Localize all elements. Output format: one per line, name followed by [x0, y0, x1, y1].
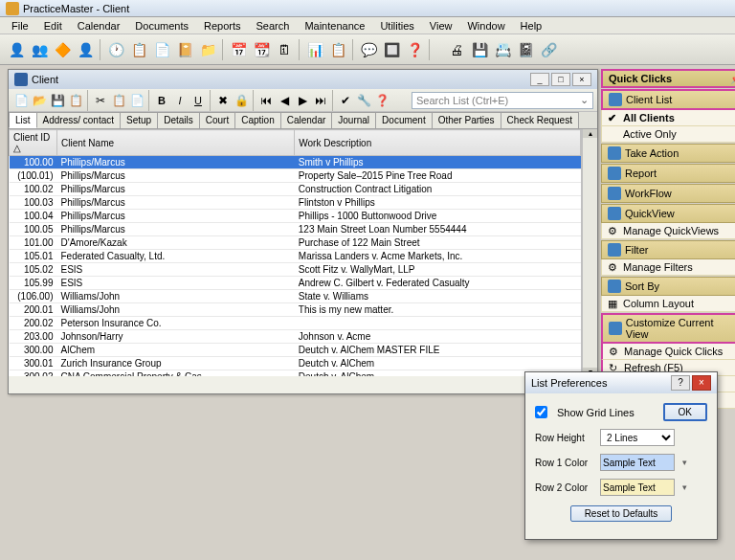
tab-document[interactable]: Document	[375, 112, 433, 128]
menu-calendar[interactable]: Calendar	[70, 20, 128, 32]
client-grid[interactable]: Client ID △Client NameWork Description10…	[9, 129, 582, 376]
menu-edit[interactable]: Edit	[36, 20, 70, 32]
column-header[interactable]: Client Name	[57, 130, 295, 156]
ok-button[interactable]: OK	[663, 403, 707, 421]
qc-item[interactable]: ▦Column Layout	[601, 296, 735, 312]
toolbar-btn[interactable]: 🕐	[105, 39, 126, 60]
qc-item[interactable]: ⚙Manage Quick Clicks	[601, 344, 735, 360]
qc-section-workflow[interactable]: WorkFlow⌵	[601, 184, 735, 203]
doc-icon[interactable]: 📄	[128, 92, 145, 109]
toolbar-btn[interactable]: 📋	[128, 39, 149, 60]
qc-item[interactable]: ⚙Manage QuickViews	[601, 223, 735, 239]
column-header[interactable]: Work Description	[295, 130, 581, 156]
help-icon[interactable]: ❓	[404, 39, 425, 60]
open-icon[interactable]: 📂	[31, 92, 48, 109]
paste-icon[interactable]: 📋	[110, 92, 127, 109]
toolbar-btn[interactable]: 🖨	[446, 39, 467, 60]
italic-icon[interactable]: I	[171, 92, 189, 109]
new-icon[interactable]: 📄	[12, 92, 30, 109]
table-row[interactable]: (100.01)Phillips/MarcusProperty Sale–201…	[10, 169, 581, 183]
tab-journal[interactable]: Journal	[331, 112, 376, 128]
toolbar-btn[interactable]: 🔲	[381, 39, 402, 60]
qc-section-customize-current-view[interactable]: Customize Current View⌵	[601, 313, 735, 344]
menu-maintenance[interactable]: Maintenance	[297, 20, 372, 32]
table-row[interactable]: 200.01Williams/JohnThis is my new matter…	[10, 303, 581, 317]
table-row[interactable]: 101.00D'Amore/KazakPurchase of 122 Main …	[10, 236, 581, 250]
pin-icon[interactable]: 📌	[730, 74, 735, 84]
toolbar-btn[interactable]: 💬	[358, 39, 379, 60]
qc-item[interactable]: Active Only	[601, 126, 735, 143]
tab-setup[interactable]: Setup	[120, 112, 158, 128]
copy-icon[interactable]: 📋	[67, 92, 84, 109]
table-row[interactable]: (106.00)Williams/JohnState v. Williams	[10, 290, 581, 303]
menu-window[interactable]: Window	[459, 20, 512, 32]
last-icon[interactable]: ⏭	[312, 92, 329, 109]
qc-item[interactable]: ✔All Clients	[601, 110, 735, 126]
bold-icon[interactable]: B	[153, 92, 170, 109]
tab-court[interactable]: Court	[199, 112, 235, 128]
menu-reports[interactable]: Reports	[196, 20, 249, 32]
tab-address-contact[interactable]: Address/ contact	[36, 112, 121, 128]
qc-section-report[interactable]: Report⌵	[601, 164, 735, 183]
qc-section-quickview[interactable]: QuickView⌵	[601, 204, 735, 223]
table-row[interactable]: 105.01Federated Casualty, Ltd.Marissa La…	[10, 250, 581, 263]
next-icon[interactable]: ▶	[294, 92, 311, 109]
toolbar-btn[interactable]: 👥	[29, 39, 50, 60]
table-row[interactable]: 300.00AlChemDeutch v. AlChem MASTER FILE	[10, 344, 581, 357]
toolbar-btn[interactable]: 📓	[515, 39, 536, 60]
menu-file[interactable]: File	[4, 20, 36, 32]
minimize-button[interactable]: _	[530, 73, 549, 86]
toolbar-btn[interactable]: 📅	[228, 39, 249, 60]
prev-icon[interactable]: ◀	[276, 92, 293, 109]
table-row[interactable]: 100.04Phillips/MarcusPhillips - 1000 But…	[10, 210, 581, 223]
row1-color-swatch[interactable]: Sample Text	[600, 454, 675, 471]
first-icon[interactable]: ⏮	[257, 92, 275, 109]
toolbar-btn[interactable]: 📆	[251, 39, 272, 60]
dialog-help-button[interactable]: ?	[671, 375, 690, 391]
maximize-button[interactable]: □	[551, 73, 570, 86]
delete-icon[interactable]: ✖	[214, 92, 232, 109]
qc-section-client-list[interactable]: Client List⌵	[601, 89, 735, 110]
toolbar-btn[interactable]: 📁	[197, 39, 218, 60]
toolbar-btn[interactable]: 📊	[304, 39, 325, 60]
tab-calendar[interactable]: Calendar	[280, 112, 333, 128]
underline-icon[interactable]: U	[189, 92, 207, 109]
search-input[interactable]: Search List (Ctrl+E)	[412, 92, 593, 109]
table-row[interactable]: 203.00Johnson/HarryJohnson v. Acme	[10, 330, 581, 344]
toolbar-btn[interactable]: 📔	[174, 39, 195, 60]
qc-section-take-action[interactable]: Take Action⌵	[601, 144, 735, 163]
lock-icon[interactable]: 🔒	[233, 92, 250, 109]
toolbar-btn[interactable]: 🔶	[52, 39, 73, 60]
table-row[interactable]: 100.03Phillips/MarcusFlintston v Phillip…	[10, 196, 581, 210]
save-icon[interactable]: 💾	[49, 92, 66, 109]
menu-documents[interactable]: Documents	[127, 20, 196, 32]
toolbar-btn[interactable]: 🔗	[538, 39, 559, 60]
table-row[interactable]: 105.02ESISScott Fitz v. WallyMart, LLP	[10, 263, 581, 277]
toolbar-btn[interactable]: 💾	[469, 39, 490, 60]
table-row[interactable]: 100.00Phillips/MarcusSmith v Phillips	[10, 156, 581, 169]
table-row[interactable]: 100.02Phillips/MarcusConstruction Contra…	[10, 183, 581, 196]
row2-color-swatch[interactable]: Sample Text	[600, 479, 675, 496]
table-row[interactable]: 300.01Zurich Insurance GroupDeutch v. Al…	[10, 357, 581, 370]
toolbar-btn[interactable]: 🗓	[274, 39, 295, 60]
toolbar-btn[interactable]: 📄	[151, 39, 172, 60]
qc-section-filter[interactable]: Filter⌵	[601, 240, 735, 259]
tab-caption[interactable]: Caption	[234, 112, 280, 128]
scrollbar[interactable]	[582, 129, 597, 376]
toolbar-btn[interactable]: 📋	[327, 39, 348, 60]
qc-section-sort-by[interactable]: Sort By⌵	[601, 277, 735, 296]
table-row[interactable]: 200.02Peterson Insurance Co.	[10, 317, 581, 330]
column-header[interactable]: Client ID △	[10, 130, 57, 156]
row-height-select[interactable]: 2 Lines	[600, 429, 675, 446]
menu-help[interactable]: Help	[513, 20, 550, 32]
menu-view[interactable]: View	[422, 20, 460, 32]
tab-details[interactable]: Details	[157, 112, 200, 128]
reset-button[interactable]: Reset to Defaults	[570, 505, 673, 522]
help-icon[interactable]: ❓	[373, 92, 390, 109]
toolbar-btn[interactable]: 📇	[492, 39, 513, 60]
tab-check-request[interactable]: Check Request	[501, 112, 579, 128]
toolbar-btn[interactable]: 👤	[75, 39, 96, 60]
menu-search[interactable]: Search	[249, 20, 298, 32]
table-row[interactable]: 100.05Phillips/Marcus123 Main Street Loa…	[10, 223, 581, 236]
tab-other-parties[interactable]: Other Parties	[432, 112, 501, 128]
